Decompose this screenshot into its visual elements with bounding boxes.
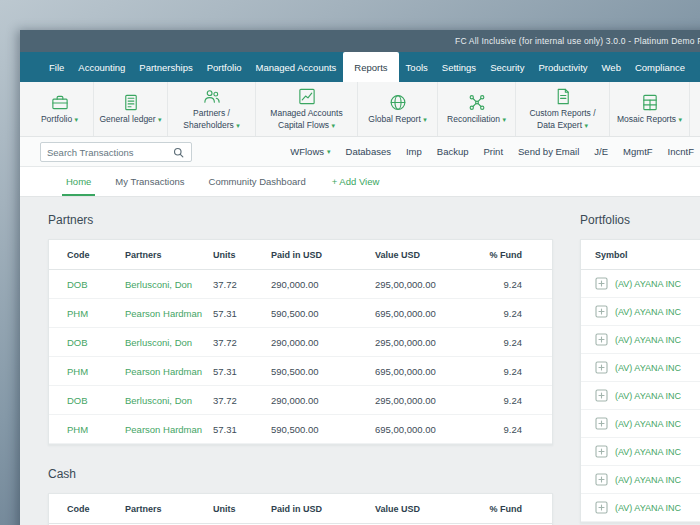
quick-link[interactable]: Backup (437, 146, 469, 157)
symbol-label: (AV) AYANA INC (615, 419, 681, 429)
app-window: FC All Inclusive (for internal use only)… (20, 30, 700, 525)
list-item[interactable]: (AV) AYANA INC (581, 298, 700, 326)
search-input[interactable] (47, 147, 172, 158)
menu-item[interactable]: Portfolio (200, 52, 249, 82)
menu-item[interactable]: Settings (435, 52, 483, 82)
desktop-background: FC All Inclusive (for internal use only)… (0, 0, 700, 525)
symbol-label: (AV) AYANA INC (615, 391, 681, 401)
ribbon-label: Partners / Shareholders ▾ (172, 108, 251, 130)
ribbon-button-irs[interactable]: IRS ▾ (690, 82, 700, 136)
list-item[interactable]: (AV) AYANA INC (581, 382, 700, 410)
add-view-button[interactable]: + Add View (318, 167, 394, 196)
ribbon-button-custom-reports[interactable]: Custom Reports / Data Expert ▾ (516, 82, 610, 136)
table-row[interactable]: PHM Pearson Hardman 57.31 590,500.00 695… (49, 357, 552, 386)
menu-item[interactable]: Accounting (71, 52, 132, 82)
chevron-down-icon: ▾ (331, 122, 335, 129)
ribbon-button-managed-accounts-capital-flows[interactable]: Managed Accounts Capital Flows ▾ (256, 82, 358, 136)
menu-item[interactable]: Productivity (531, 52, 594, 82)
grid-plus-icon (595, 277, 608, 290)
cell-fund: 9.24 (485, 395, 552, 406)
list-item[interactable]: (AV) AYANA INC (581, 466, 700, 494)
quick-link[interactable]: Databases (346, 146, 391, 157)
partners-table-card: Code Partners Units Paid in USD Value US… (48, 239, 553, 445)
menu-item[interactable]: Compliance (628, 52, 692, 82)
menu-item[interactable]: Tools (399, 52, 435, 82)
menu-item[interactable]: File (42, 52, 71, 82)
ribbon-toolbar: Portfolio ▾ General ledger ▾ Partners / … (20, 82, 700, 137)
quick-link[interactable]: Imp (406, 146, 422, 157)
cell-code: PHM (49, 366, 125, 377)
quick-links: WFlows▾ Databases Imp Backup Print Send … (290, 137, 694, 166)
ribbon-label: Mosaic Reports ▾ (617, 114, 682, 125)
cash-section-title: Cash (48, 467, 553, 481)
search-box[interactable] (40, 142, 192, 162)
quick-link[interactable]: IncntF (668, 146, 694, 157)
table-row[interactable]: PHM Pearson Hardman 57.31 590,500.00 695… (49, 415, 552, 444)
table-row[interactable]: PHM Pearson Hardman 57.31 590,500.00 695… (49, 299, 552, 328)
cell-units: 57.31 (213, 308, 271, 319)
cell-units: 57.31 (213, 366, 271, 377)
cell-code: PHM (49, 308, 125, 319)
column-header-value: Value USD (375, 504, 485, 514)
ribbon-label: General ledger ▾ (99, 114, 161, 125)
list-item[interactable]: (AV) AYANA INC (581, 326, 700, 354)
cell-value: 295,00,000.00 (375, 395, 485, 406)
cell-code: PHM (49, 424, 125, 435)
ribbon-button-reconciliation[interactable]: Reconciliation ▾ (438, 82, 516, 136)
list-item[interactable]: (AV) AYANA INC (581, 270, 700, 298)
cell-partner: Pearson Hardman (125, 308, 213, 319)
cell-units: 57.31 (213, 424, 271, 435)
ribbon-button-global-report[interactable]: Global Report ▾ (358, 82, 438, 136)
search-icon[interactable] (172, 146, 185, 159)
menu-bar: File Accounting Partnerships Portfolio M… (20, 52, 700, 82)
portfolios-section-title: Portfolios (580, 213, 700, 227)
chevron-down-icon: ▾ (75, 116, 79, 123)
chevron-down-icon: ▾ (158, 116, 162, 123)
window-title: FC All Inclusive (for internal use only)… (455, 36, 700, 46)
ribbon-button-portfolio[interactable]: Portfolio ▾ (26, 82, 94, 136)
column-header-partners: Partners (125, 250, 213, 260)
ribbon-button-mosaic-reports[interactable]: Mosaic Reports ▾ (610, 82, 690, 136)
ribbon-label: Reconciliation ▾ (447, 114, 506, 125)
mosaic-report-icon (640, 93, 660, 112)
quick-link[interactable]: MgmtF (623, 146, 653, 157)
menu-item[interactable]: Web (595, 52, 628, 82)
cell-code: DOB (49, 337, 125, 348)
list-item[interactable]: (AV) AYANA INC (581, 354, 700, 382)
menu-item[interactable]: Security (483, 52, 531, 82)
cell-fund: 9.24 (485, 279, 552, 290)
column-header-partners: Partners (125, 504, 213, 514)
ribbon-button-partners-shareholders[interactable]: Partners / Shareholders ▾ (168, 82, 256, 136)
table-row[interactable]: DOB Berlusconi, Don 37.72 290,000.00 295… (49, 328, 552, 357)
cell-paid: 290,000.00 (271, 337, 375, 348)
list-item[interactable]: (AV) AYANA INC (581, 494, 700, 522)
cell-partner: Pearson Hardman (125, 424, 213, 435)
quick-link[interactable]: Print (483, 146, 503, 157)
view-tab[interactable]: Home (54, 167, 103, 196)
ribbon-label: Custom Reports / Data Expert ▾ (520, 108, 605, 130)
cell-paid: 590,500.00 (271, 424, 375, 435)
window-titlebar: FC All Inclusive (for internal use only)… (20, 30, 700, 52)
menu-item[interactable]: Managed Accounts (249, 52, 344, 82)
grid-plus-icon (595, 473, 608, 486)
symbol-label: (AV) AYANA INC (615, 279, 681, 289)
ribbon-button-general-ledger[interactable]: General ledger ▾ (94, 82, 168, 136)
view-tab[interactable]: My Transactions (103, 167, 196, 196)
list-item[interactable]: (AV) AYANA INC (581, 438, 700, 466)
capital-flows-chart-icon (297, 87, 317, 106)
column-header-units: Units (213, 250, 271, 260)
quick-link[interactable]: J/E (594, 146, 608, 157)
cell-value: 295,00,000.00 (375, 279, 485, 290)
partners-table-header: Code Partners Units Paid in USD Value US… (49, 240, 552, 270)
list-item[interactable]: (AV) AYANA INC (581, 410, 700, 438)
quick-link[interactable]: WFlows▾ (290, 146, 330, 157)
menu-item[interactable]: Reports (343, 52, 398, 82)
table-row[interactable]: DOB Berlusconi, Don 37.72 290,000.00 295… (49, 386, 552, 415)
menu-item[interactable]: Partnerships (132, 52, 199, 82)
cell-units: 37.72 (213, 337, 271, 348)
cell-value: 695,00,000.00 (375, 424, 485, 435)
view-tab[interactable]: Community Dashboard (197, 167, 318, 196)
table-row[interactable]: DOB Berlusconi, Don 37.72 290,000.00 295… (49, 270, 552, 299)
symbol-label: (AV) AYANA INC (615, 447, 681, 457)
quick-link[interactable]: Send by Email (518, 146, 579, 157)
